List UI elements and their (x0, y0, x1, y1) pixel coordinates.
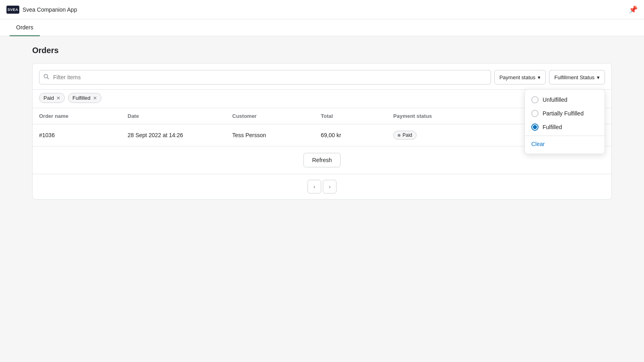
col-date: Date (128, 113, 232, 119)
search-wrapper (39, 70, 491, 84)
chevron-down-icon: ▾ (538, 74, 541, 80)
filter-tag-paid: Paid ✕ (39, 93, 65, 103)
orders-card: Payment status ▾ Fulfillment Status ▾ Un… (32, 63, 612, 200)
paid-badge-dot (398, 134, 400, 137)
search-icon (43, 74, 50, 81)
dropdown-option-fulfilled[interactable]: Fulfilled (525, 120, 605, 134)
radio-fulfilled (531, 123, 539, 131)
next-page-button[interactable]: › (323, 180, 336, 193)
page-title: Orders (32, 46, 612, 55)
col-order-name: Order name (39, 113, 128, 119)
col-payment-status: Payment status (393, 113, 482, 119)
prev-page-button[interactable]: ‹ (308, 180, 321, 193)
fulfillment-dropdown: Unfulfilled Partially Fulfilled Fulfille… (524, 89, 605, 154)
refresh-button[interactable]: Refresh (303, 153, 340, 167)
col-total: Total (321, 113, 393, 119)
remove-fulfilled-filter-button[interactable]: ✕ (93, 96, 97, 101)
cell-total: 69,00 kr (321, 132, 393, 138)
cell-order-name: #1036 (39, 132, 128, 138)
app-logo: SVEA (6, 6, 19, 14)
cell-customer: Tess Persson (232, 132, 321, 138)
radio-unfulfilled (531, 96, 539, 103)
filter-bar: Payment status ▾ Fulfillment Status ▾ Un… (33, 64, 611, 90)
dropdown-divider (525, 136, 605, 136)
nav-tabs: Orders (0, 19, 644, 36)
fulfillment-filter-wrap: Fulfillment Status ▾ Unfulfilled Partial… (549, 70, 605, 84)
chevron-right-icon: › (329, 183, 331, 190)
radio-fulfilled-inner (533, 125, 537, 129)
chevron-down-icon: ▾ (597, 74, 600, 80)
payment-status-filter-button[interactable]: Payment status ▾ (494, 70, 546, 84)
fulfillment-status-filter-button[interactable]: Fulfillment Status ▾ (549, 70, 605, 84)
pagination-row: ‹ › (33, 174, 611, 199)
app-title: Svea Companion App (23, 6, 77, 13)
app-bar-left: SVEA Svea Companion App (6, 6, 77, 14)
remove-paid-filter-button[interactable]: ✕ (56, 96, 60, 101)
svg-line-1 (47, 78, 49, 79)
tab-orders[interactable]: Orders (10, 19, 40, 36)
cell-payment-status: Paid (393, 131, 482, 140)
chevron-left-icon: ‹ (314, 183, 316, 190)
pin-icon[interactable]: 📌 (629, 5, 638, 14)
app-bar: SVEA Svea Companion App 📌 (0, 0, 644, 19)
dropdown-option-partially-fulfilled[interactable]: Partially Fulfilled (525, 107, 605, 120)
page-content: Orders Payment status ▾ Fulfillment Stat (0, 36, 644, 209)
filter-tag-fulfilled: Fulfilled ✕ (68, 93, 101, 103)
payment-status-badge: Paid (393, 131, 417, 140)
dropdown-clear-button[interactable]: Clear (525, 138, 605, 150)
search-input[interactable] (39, 70, 491, 84)
dropdown-option-unfulfilled[interactable]: Unfulfilled (525, 93, 605, 107)
radio-partially-fulfilled (531, 110, 539, 117)
cell-date: 28 Sept 2022 at 14:26 (128, 132, 232, 138)
col-customer: Customer (232, 113, 321, 119)
